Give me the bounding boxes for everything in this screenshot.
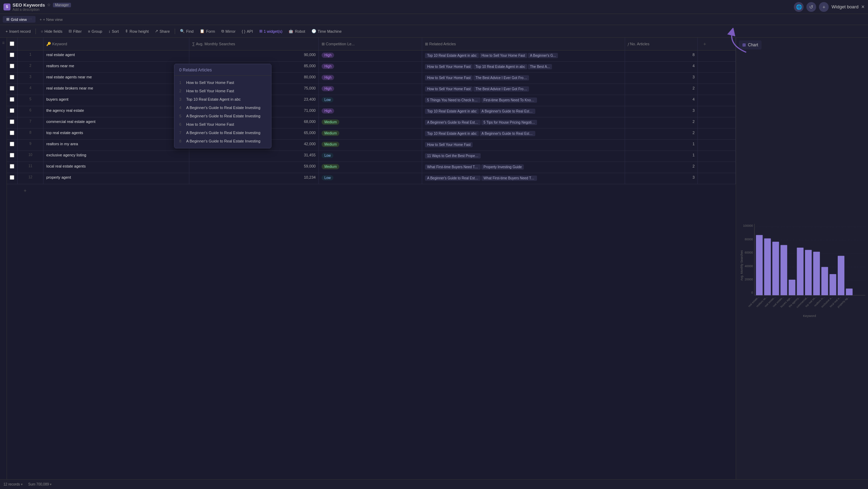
header-no-articles[interactable]: 𝑓 No. Articles: [625, 38, 698, 51]
competition-cell[interactable]: High: [318, 62, 422, 73]
row-checkbox-cell[interactable]: [7, 106, 17, 117]
row-checkbox[interactable]: [10, 175, 14, 180]
toolbar-sort[interactable]: ↕ Sort: [106, 28, 122, 34]
toolbar-robot[interactable]: 🤖 Robot: [286, 28, 308, 34]
sum-display[interactable]: Sum 700,089 ▾: [28, 482, 52, 486]
app-description[interactable]: Add a description: [13, 8, 71, 11]
keyword-cell[interactable]: buyers agent: [44, 95, 189, 106]
row-checkbox[interactable]: [10, 86, 14, 91]
row-checkbox[interactable]: [10, 75, 14, 79]
related-articles-popup[interactable]: 0 Related Articles 1How to Sell Your Hom…: [174, 64, 271, 148]
globe-button[interactable]: 🌐: [794, 2, 804, 12]
related-articles-cell[interactable]: A Beginner's Guide to Real Estate Invest…: [422, 173, 625, 184]
select-all-checkbox[interactable]: [10, 41, 14, 46]
row-checkbox-cell[interactable]: [7, 73, 17, 84]
toolbar-api[interactable]: { } API: [239, 28, 256, 34]
related-articles-cell[interactable]: How to Sell Your Home FastTop 10 Real Es…: [422, 62, 625, 73]
popup-article-row[interactable]: 2How to Sell Your Home Fast: [176, 87, 270, 95]
row-checkbox[interactable]: [10, 153, 14, 157]
competition-cell[interactable]: Medium: [318, 129, 422, 140]
toolbar-filter[interactable]: ⊟ Filter: [66, 28, 84, 34]
new-view-button[interactable]: + + New view: [37, 16, 65, 23]
star-icon[interactable]: ☆: [47, 2, 51, 7]
header-add-col[interactable]: +: [697, 38, 735, 51]
header-keyword[interactable]: 🔑 Keyword: [44, 38, 189, 51]
related-articles-cell[interactable]: How to Sell Your Home Fast: [422, 140, 625, 151]
close-button[interactable]: ×: [861, 4, 865, 10]
row-checkbox-cell[interactable]: [7, 162, 17, 173]
add-column-button[interactable]: +: [701, 40, 709, 48]
tab-options-icon[interactable]: ⋯: [28, 17, 32, 22]
related-articles-cell[interactable]: A Beginner's Guide to Real Estate Invest…: [422, 117, 625, 129]
add-button[interactable]: +: [819, 2, 829, 12]
refresh-button[interactable]: ↺: [806, 2, 816, 12]
competition-cell[interactable]: High: [318, 106, 422, 117]
competition-cell[interactable]: Low: [318, 95, 422, 106]
row-checkbox[interactable]: [10, 108, 14, 113]
popup-article-row[interactable]: 1How to Sell Your Home Fast: [176, 78, 270, 87]
related-articles-cell[interactable]: 5 Things You Need to Check before You P.…: [422, 95, 625, 106]
competition-cell[interactable]: High: [318, 84, 422, 95]
popup-article-row[interactable]: 5A Beginner's Guide to Real Estate Inves…: [176, 112, 270, 120]
row-checkbox-cell[interactable]: [7, 140, 17, 151]
sidebar-toggle-icon[interactable]: ≡: [2, 40, 5, 45]
toolbar-widgets[interactable]: ⊞ 1 widget(s): [257, 28, 285, 34]
toolbar-time-machine[interactable]: 🕐 Time Machine: [309, 28, 345, 34]
toolbar-share[interactable]: ↗ Share: [152, 28, 172, 34]
row-checkbox-cell[interactable]: [7, 129, 17, 140]
popup-article-row[interactable]: 8A Beginner's Guide to Real Estate Inves…: [176, 137, 270, 145]
records-count[interactable]: 12 records ▾: [3, 482, 23, 486]
competition-cell[interactable]: Medium: [318, 162, 422, 173]
header-related-articles[interactable]: ⊞ Related Articles: [422, 38, 625, 51]
keyword-cell[interactable]: real estate brokers near me: [44, 84, 189, 95]
related-articles-cell[interactable]: What First-time Buyers Need To Know Ab..…: [422, 162, 625, 173]
add-row-button[interactable]: +: [21, 186, 29, 195]
keyword-cell[interactable]: real estate agent: [44, 51, 189, 62]
row-checkbox-cell[interactable]: [7, 95, 17, 106]
keyword-cell[interactable]: top real estate agents: [44, 129, 189, 140]
sum-dropdown-icon[interactable]: ▾: [50, 482, 52, 486]
row-checkbox[interactable]: [10, 97, 14, 102]
popup-article-row[interactable]: 4A Beginner's Guide to Real Estate Inves…: [176, 103, 270, 112]
row-checkbox-cell[interactable]: [7, 84, 17, 95]
records-dropdown-icon[interactable]: ▾: [21, 482, 23, 486]
row-checkbox-cell[interactable]: [7, 151, 17, 162]
toolbar-insert-record[interactable]: + Insert record: [3, 28, 33, 34]
competition-cell[interactable]: Low: [318, 173, 422, 184]
competition-cell[interactable]: High: [318, 73, 422, 84]
keyword-cell[interactable]: the agency real estate: [44, 106, 189, 117]
keyword-cell[interactable]: local real estate agents: [44, 162, 189, 173]
toolbar-mirror[interactable]: ⧉ Mirror: [219, 28, 238, 34]
keyword-cell[interactable]: realtors in my area: [44, 140, 189, 151]
keyword-cell[interactable]: property agent: [44, 173, 189, 184]
toolbar-form[interactable]: 📋 Form: [197, 28, 218, 34]
toolbar-group[interactable]: ≡ Group: [85, 28, 105, 34]
popup-article-row[interactable]: 6How to Sell Your Home Fast: [176, 120, 270, 129]
widget-board-button[interactable]: Widget board: [831, 4, 858, 9]
competition-cell[interactable]: High: [318, 51, 422, 62]
keyword-cell[interactable]: real estate agents near me: [44, 73, 189, 84]
related-articles-cell[interactable]: 11 Ways to Get the Best Property Price: [422, 151, 625, 162]
row-checkbox[interactable]: [10, 164, 14, 169]
popup-article-row[interactable]: 3Top 10 Real Estate Agent in abc: [176, 95, 270, 103]
row-checkbox-cell[interactable]: [7, 173, 17, 184]
row-checkbox-cell[interactable]: [7, 62, 17, 73]
sidebar-toggle[interactable]: ≡: [0, 38, 7, 489]
keyword-cell[interactable]: exclusive agency listing: [44, 151, 189, 162]
toolbar-row-height[interactable]: ⇕ Row height: [122, 28, 151, 34]
competition-cell[interactable]: Medium: [318, 140, 422, 151]
row-checkbox-cell[interactable]: [7, 51, 17, 62]
related-articles-cell[interactable]: How to Sell Your Home FastThe Best Advic…: [422, 84, 625, 95]
competition-cell[interactable]: Low: [318, 151, 422, 162]
toolbar-hide-fields[interactable]: ○ Hide fields: [38, 28, 65, 34]
row-checkbox[interactable]: [10, 131, 14, 135]
related-articles-cell[interactable]: Top 10 Real Estate Agent in abcA Beginne…: [422, 106, 625, 117]
toolbar-find[interactable]: 🔍 Find: [177, 28, 196, 34]
row-checkbox[interactable]: [10, 64, 14, 68]
header-competition[interactable]: ⊞ Competition Le...: [318, 38, 422, 51]
related-articles-cell[interactable]: Top 10 Real Estate Agent in abcHow to Se…: [422, 51, 625, 62]
popup-article-row[interactable]: 7A Beginner's Guide to Real Estate Inves…: [176, 129, 270, 137]
row-checkbox-cell[interactable]: [7, 117, 17, 129]
related-articles-cell[interactable]: How to Sell Your Home FastThe Best Advic…: [422, 73, 625, 84]
row-checkbox[interactable]: [10, 53, 14, 57]
